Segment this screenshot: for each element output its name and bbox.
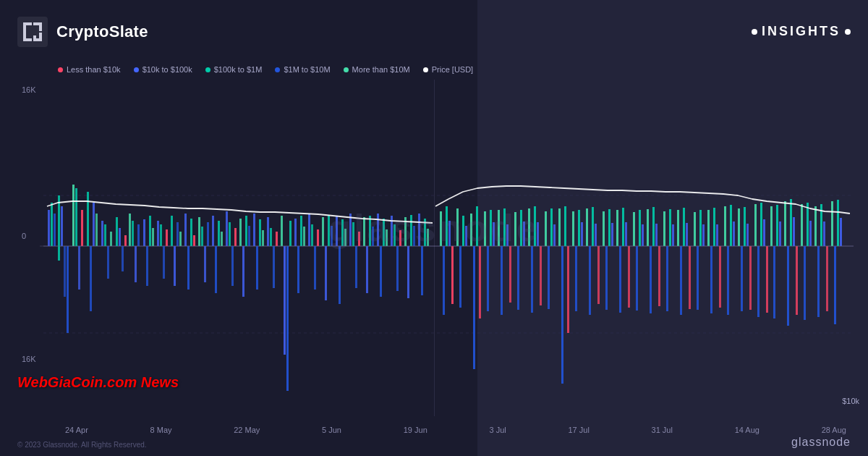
- svg-rect-182: [655, 224, 658, 246]
- copyright-text: © 2023 Glassnode. All Rights Reserved.: [17, 441, 147, 449]
- svg-rect-117: [427, 229, 429, 246]
- legend-dot-price: [423, 67, 428, 72]
- svg-rect-132: [487, 246, 489, 311]
- svg-rect-48: [190, 219, 192, 246]
- svg-rect-219: [779, 221, 781, 246]
- svg-rect-177: [639, 210, 641, 246]
- svg-rect-99: [366, 246, 368, 293]
- x-label-6: 17 Jul: [568, 426, 589, 434]
- svg-rect-76: [286, 246, 289, 391]
- svg-rect-168: [608, 209, 610, 246]
- svg-rect-57: [221, 232, 223, 246]
- svg-rect-229: [814, 206, 817, 246]
- logo-text: CryptoSlate: [56, 22, 148, 41]
- svg-rect-213: [760, 203, 762, 246]
- svg-rect-155: [564, 206, 566, 246]
- svg-rect-61: [234, 228, 237, 246]
- svg-rect-34: [143, 219, 145, 246]
- svg-rect-14: [72, 185, 75, 246]
- svg-rect-192: [689, 246, 691, 309]
- svg-rect-103: [380, 246, 382, 297]
- svg-rect-129: [476, 206, 478, 246]
- svg-rect-215: [766, 246, 768, 313]
- svg-rect-212: [757, 246, 760, 317]
- svg-rect-142: [520, 210, 522, 246]
- logo-area: CryptoSlate: [17, 17, 148, 47]
- svg-rect-206: [738, 208, 740, 246]
- svg-rect-224: [796, 246, 798, 315]
- svg-rect-62: [239, 219, 242, 246]
- svg-rect-196: [702, 224, 705, 246]
- glassnode-label: glassnode: [791, 436, 851, 449]
- svg-rect-233: [826, 246, 828, 311]
- svg-rect-235: [834, 246, 836, 324]
- svg-rect-29: [124, 235, 127, 246]
- svg-rect-24: [107, 246, 109, 279]
- svg-rect-105: [386, 229, 388, 246]
- svg-rect-13: [67, 246, 69, 333]
- svg-rect-169: [611, 223, 613, 246]
- svg-rect-12: [64, 246, 66, 297]
- svg-rect-11: [61, 206, 63, 246]
- svg-rect-87: [325, 246, 327, 300]
- svg-rect-68: [259, 219, 261, 246]
- svg-rect-204: [730, 205, 732, 246]
- svg-rect-230: [817, 246, 820, 317]
- svg-rect-95: [352, 222, 354, 246]
- svg-rect-86: [322, 217, 324, 246]
- svg-rect-171: [619, 246, 621, 313]
- svg-rect-97: [358, 232, 360, 246]
- svg-rect-148: [540, 246, 542, 305]
- svg-rect-127: [470, 214, 472, 246]
- legend-item-4: $1M to $10M: [275, 65, 330, 74]
- svg-rect-39: [160, 224, 162, 246]
- svg-rect-183: [658, 246, 660, 306]
- legend-item-1: Less than $10k: [58, 65, 121, 74]
- svg-rect-123: [456, 208, 459, 246]
- svg-rect-147: [537, 222, 539, 246]
- svg-rect-163: [592, 207, 594, 246]
- svg-rect-26: [116, 217, 118, 246]
- svg-rect-118: [440, 211, 442, 246]
- svg-rect-51: [201, 227, 203, 246]
- svg-rect-58: [226, 211, 228, 246]
- svg-rect-237: [840, 218, 842, 246]
- svg-rect-234: [831, 201, 833, 246]
- svg-rect-174: [628, 246, 630, 308]
- svg-rect-107: [393, 224, 396, 246]
- svg-rect-44: [176, 222, 179, 246]
- svg-rect-143: [523, 221, 525, 246]
- svg-rect-10: [58, 195, 60, 261]
- svg-rect-151: [550, 208, 553, 246]
- svg-rect-72: [273, 246, 275, 288]
- svg-rect-65: [248, 226, 250, 246]
- x-label-7: 31 Jul: [652, 426, 673, 434]
- svg-rect-88: [328, 215, 330, 246]
- svg-rect-112: [410, 215, 412, 246]
- header: CryptoSlate INSIGHTS: [0, 0, 868, 63]
- svg-rect-46: [184, 214, 187, 246]
- svg-rect-164: [595, 224, 597, 246]
- x-label-3: 5 Jun: [322, 426, 341, 434]
- svg-rect-73: [276, 232, 278, 246]
- svg-rect-20: [93, 203, 95, 246]
- svg-rect-80: [300, 216, 302, 246]
- svg-rect-55: [215, 246, 217, 293]
- svg-rect-136: [501, 246, 503, 315]
- svg-rect-69: [262, 230, 264, 246]
- svg-rect-172: [622, 208, 624, 246]
- svg-rect-221: [787, 246, 789, 326]
- svg-rect-64: [245, 216, 247, 246]
- svg-rect-43: [174, 246, 176, 286]
- svg-rect-222: [790, 199, 792, 246]
- svg-rect-207: [741, 246, 743, 311]
- svg-rect-108: [396, 246, 399, 291]
- insights-badge: INSIGHTS: [752, 24, 851, 39]
- svg-rect-208: [744, 207, 746, 246]
- legend-dot-5: [344, 67, 349, 72]
- svg-rect-149: [545, 211, 547, 246]
- x-label-2: 22 May: [234, 426, 260, 434]
- svg-rect-153: [558, 208, 561, 246]
- news-overlay: WebGiaCoin.com News: [17, 374, 179, 391]
- svg-rect-63: [242, 246, 244, 297]
